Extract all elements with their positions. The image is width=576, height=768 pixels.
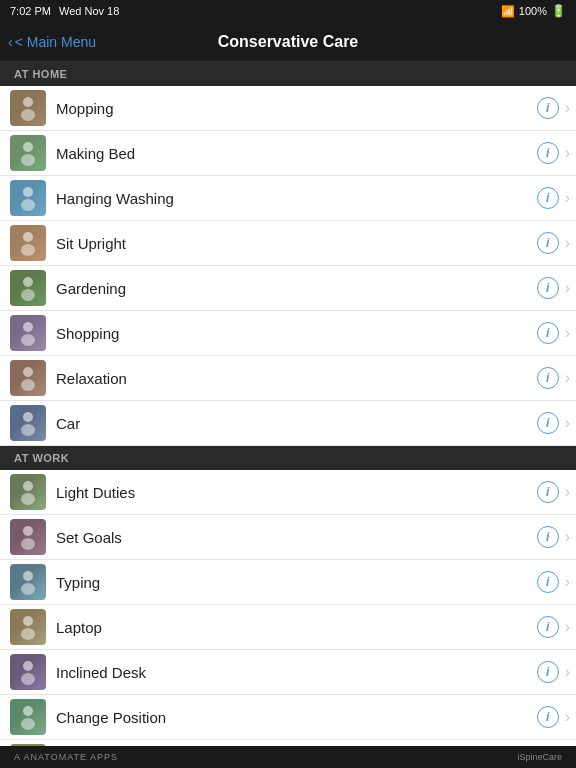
- item-thumbnail: [10, 315, 46, 351]
- chevron-right-icon: ›: [565, 189, 570, 207]
- svg-point-9: [21, 289, 35, 301]
- info-button[interactable]: i: [537, 322, 559, 344]
- svg-point-26: [23, 706, 33, 716]
- info-button[interactable]: i: [537, 187, 559, 209]
- info-button[interactable]: i: [537, 232, 559, 254]
- item-actions: i›: [537, 481, 576, 503]
- svg-point-20: [23, 571, 33, 581]
- item-actions: i›: [537, 661, 576, 683]
- svg-point-2: [23, 142, 33, 152]
- back-label: < Main Menu: [15, 34, 96, 50]
- item-thumbnail: [10, 135, 46, 171]
- list-item[interactable]: Typingi›: [0, 560, 576, 605]
- item-actions: i›: [537, 616, 576, 638]
- status-day: Wed Nov 18: [59, 5, 119, 17]
- chevron-right-icon: ›: [565, 144, 570, 162]
- item-actions: i›: [537, 277, 576, 299]
- item-label: Relaxation: [56, 370, 537, 387]
- svg-point-0: [23, 97, 33, 107]
- info-button[interactable]: i: [537, 97, 559, 119]
- back-button[interactable]: ‹ < Main Menu: [8, 34, 96, 50]
- info-button[interactable]: i: [537, 526, 559, 548]
- list-container: AT HOME Moppingi› Making Bedi› Hanging W…: [0, 62, 576, 746]
- svg-point-25: [21, 673, 35, 685]
- list-item[interactable]: Light Dutiesi›: [0, 470, 576, 515]
- info-button[interactable]: i: [537, 706, 559, 728]
- battery-label: 100%: [519, 5, 547, 17]
- chevron-right-icon: ›: [565, 234, 570, 252]
- svg-point-17: [21, 493, 35, 505]
- chevron-right-icon: ›: [565, 99, 570, 117]
- item-thumbnail: [10, 654, 46, 690]
- svg-point-12: [23, 367, 33, 377]
- item-label: Set Goals: [56, 529, 537, 546]
- svg-point-14: [23, 412, 33, 422]
- chevron-right-icon: ›: [565, 279, 570, 297]
- info-button[interactable]: i: [537, 571, 559, 593]
- list-item[interactable]: Hanging Washingi›: [0, 176, 576, 221]
- item-thumbnail: [10, 699, 46, 735]
- footer-app: iSpineCare: [517, 752, 562, 762]
- svg-point-3: [21, 154, 35, 166]
- person-icon: [17, 230, 39, 256]
- list-item[interactable]: Gardeningi›: [0, 266, 576, 311]
- info-button[interactable]: i: [537, 661, 559, 683]
- svg-point-7: [21, 244, 35, 256]
- item-actions: i›: [537, 187, 576, 209]
- svg-point-10: [23, 322, 33, 332]
- content-scroll[interactable]: AT HOME Moppingi› Making Bedi› Hanging W…: [0, 62, 576, 746]
- wifi-icon: 📶: [501, 5, 515, 18]
- status-left: 7:02 PM Wed Nov 18: [10, 5, 119, 17]
- info-button[interactable]: i: [537, 277, 559, 299]
- person-icon: [17, 569, 39, 595]
- info-button[interactable]: i: [537, 616, 559, 638]
- chevron-right-icon: ›: [565, 573, 570, 591]
- list-item[interactable]: Moppingi›: [0, 86, 576, 131]
- svg-point-21: [21, 583, 35, 595]
- list-item[interactable]: Change Positioni›: [0, 695, 576, 740]
- person-icon: [17, 479, 39, 505]
- list-item[interactable]: Shoppingi›: [0, 311, 576, 356]
- page-title: Conservative Care: [218, 33, 359, 51]
- person-icon: [17, 95, 39, 121]
- svg-point-8: [23, 277, 33, 287]
- list-item[interactable]: Inclined Deski›: [0, 650, 576, 695]
- svg-point-24: [23, 661, 33, 671]
- svg-point-16: [23, 481, 33, 491]
- item-actions: i›: [537, 367, 576, 389]
- info-button[interactable]: i: [537, 142, 559, 164]
- list-item[interactable]: Sit Uprighti›: [0, 221, 576, 266]
- chevron-right-icon: ›: [565, 618, 570, 636]
- chevron-right-icon: ›: [565, 369, 570, 387]
- item-label: Making Bed: [56, 145, 537, 162]
- info-button[interactable]: i: [537, 367, 559, 389]
- svg-point-27: [21, 718, 35, 730]
- list-item[interactable]: Laptopi›: [0, 605, 576, 650]
- item-actions: i›: [537, 412, 576, 434]
- person-icon: [17, 185, 39, 211]
- list-item[interactable]: Cari›: [0, 401, 576, 446]
- chevron-right-icon: ›: [565, 528, 570, 546]
- list-item[interactable]: Making Bedi›: [0, 131, 576, 176]
- item-label: Sit Upright: [56, 235, 537, 252]
- footer: A ANATOMATE APPS iSpineCare: [0, 746, 576, 768]
- battery-icon: 🔋: [551, 4, 566, 18]
- item-actions: i›: [537, 571, 576, 593]
- item-label: Mopping: [56, 100, 537, 117]
- info-button[interactable]: i: [537, 481, 559, 503]
- item-thumbnail: [10, 564, 46, 600]
- item-thumbnail: [10, 405, 46, 441]
- item-thumbnail: [10, 180, 46, 216]
- person-icon: [17, 140, 39, 166]
- info-button[interactable]: i: [537, 412, 559, 434]
- list-item[interactable]: Set Goalsi›: [0, 515, 576, 560]
- item-thumbnail: [10, 519, 46, 555]
- item-thumbnail: [10, 270, 46, 306]
- section-header-at-work: AT WORK: [0, 446, 576, 470]
- svg-point-15: [21, 424, 35, 436]
- item-label: Car: [56, 415, 537, 432]
- svg-point-18: [23, 526, 33, 536]
- list-item[interactable]: Relaxationi›: [0, 356, 576, 401]
- person-icon: [17, 524, 39, 550]
- person-icon: [17, 320, 39, 346]
